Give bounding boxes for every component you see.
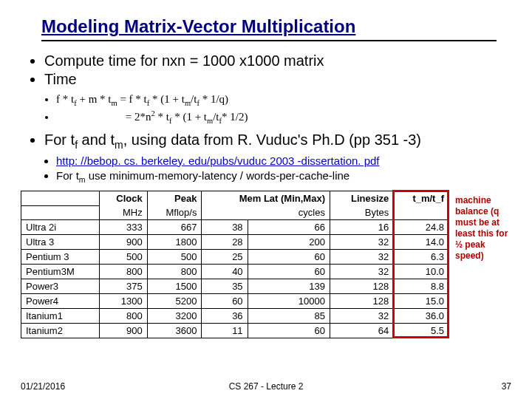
b-text: For t bbox=[44, 132, 75, 148]
bullet-compute-time: Compute time for nxn = 1000 x1000 matrix bbox=[44, 52, 511, 70]
table-cell: Power4 bbox=[21, 294, 100, 309]
table-cell: Itanium1 bbox=[21, 309, 100, 324]
table-wrap: ClockPeakMem Lat (Min,Max)Linesizet_m/t_… bbox=[21, 191, 511, 338]
table-row: Pentium 35005002560326.3 bbox=[21, 250, 449, 265]
table-subheader: Bytes bbox=[330, 205, 393, 220]
table-cell: 11 bbox=[202, 324, 248, 338]
table-cell: 15.0 bbox=[394, 294, 449, 309]
table-cell: 800 bbox=[99, 309, 147, 324]
equation-1: f * tf + m * tm = f * tf * (1 + tm/tf * … bbox=[56, 92, 511, 109]
table-cell: Ultra 2i bbox=[21, 220, 100, 235]
bullet-tm-rule: For tm use minimum-memory-latency / word… bbox=[56, 168, 511, 185]
table-cell: 139 bbox=[248, 279, 330, 294]
table-cell: 16 bbox=[330, 220, 393, 235]
eq-text: * 1/2) bbox=[222, 111, 248, 123]
table-subheader: MHz bbox=[99, 205, 147, 220]
table-cell: Pentium3M bbox=[21, 265, 100, 279]
table-cell: 800 bbox=[99, 265, 147, 279]
bullet-time: Time bbox=[44, 70, 511, 89]
bullet-list-2: For tf and tm, using data from R. Vuduc'… bbox=[31, 131, 511, 152]
equation-2: = 2*n2 * tf * (1 + tm/tf* 1/2) bbox=[56, 109, 511, 126]
table-cell: 40 bbox=[202, 265, 248, 279]
table-cell: 38 bbox=[202, 220, 248, 235]
performance-table: ClockPeakMem Lat (Min,Max)Linesizet_m/t_… bbox=[21, 191, 449, 338]
table-cell: 36.0 bbox=[394, 309, 449, 324]
table-cell: 28 bbox=[202, 235, 248, 250]
table-cell: 10.0 bbox=[394, 265, 449, 279]
b-text: and t bbox=[78, 132, 115, 148]
side-note: machine balance (q must be at least this… bbox=[455, 195, 511, 262]
table-cell: 128 bbox=[330, 294, 393, 309]
table-subheader: cycles bbox=[202, 205, 330, 220]
eq-text: * t bbox=[155, 111, 169, 123]
table-cell: 32 bbox=[330, 265, 393, 279]
footer-center: CS 267 - Lecture 2 bbox=[0, 381, 532, 392]
eq-text: + m * t bbox=[77, 93, 112, 105]
table-header: Mem Lat (Min,Max) bbox=[202, 191, 330, 206]
table-cell: 3200 bbox=[147, 309, 202, 324]
bullet-for-tf-tm: For tf and tm, using data from R. Vuduc'… bbox=[44, 131, 511, 152]
b-text: , using data from R. Vuduc's Ph.D (pp 35… bbox=[123, 132, 421, 148]
eq-text: f * t bbox=[56, 93, 74, 105]
b-text: use minimum-memory-latency / words-per-c… bbox=[86, 169, 350, 182]
table-header bbox=[21, 191, 100, 206]
table-cell: 375 bbox=[99, 279, 147, 294]
table-header: t_m/t_f bbox=[394, 191, 449, 206]
eq-text: = f * t bbox=[117, 93, 147, 105]
table-cell: 36 bbox=[202, 309, 248, 324]
table-cell: 14.0 bbox=[394, 235, 449, 250]
table-header: Clock bbox=[99, 191, 147, 206]
table-cell: 500 bbox=[147, 250, 202, 265]
table-cell: 32 bbox=[330, 250, 393, 265]
footer: 01/21/2016 CS 267 - Lecture 2 37 bbox=[0, 381, 532, 392]
table-row: Itanium290036001160645.5 bbox=[21, 324, 449, 338]
table-cell: 800 bbox=[147, 265, 202, 279]
sub-m: m bbox=[115, 139, 123, 151]
table-header: Peak bbox=[147, 191, 202, 206]
table-cell: 667 bbox=[147, 220, 202, 235]
table-subheader bbox=[21, 205, 100, 220]
table-cell: 200 bbox=[248, 235, 330, 250]
table-cell: 60 bbox=[248, 265, 330, 279]
b-text: For t bbox=[56, 169, 79, 182]
table-row: Power413005200601000012815.0 bbox=[21, 294, 449, 309]
table-header: Linesize bbox=[330, 191, 393, 206]
table-cell: Ultra 3 bbox=[21, 235, 100, 250]
table-cell: 60 bbox=[248, 324, 330, 338]
table-row: Ultra 2i33366738661624.8 bbox=[21, 220, 449, 235]
table-cell: 128 bbox=[330, 279, 393, 294]
table-subheader: Mflop/s bbox=[147, 205, 202, 220]
table-cell: 32 bbox=[330, 309, 393, 324]
slide-title: Modeling Matrix-Vector Multiplication bbox=[41, 16, 497, 41]
sub-m: m bbox=[79, 175, 86, 184]
eq-text: * 1/q) bbox=[200, 93, 228, 105]
dissertation-link[interactable]: http: //bebop. cs. berkeley. edu/pubs/vu… bbox=[56, 154, 380, 167]
table-cell: 333 bbox=[99, 220, 147, 235]
eq-text: = 2*n bbox=[126, 111, 151, 123]
eq-text: /t bbox=[213, 111, 219, 123]
bullet-list-3: http: //bebop. cs. berkeley. edu/pubs/vu… bbox=[43, 154, 511, 185]
table-cell: 6.3 bbox=[394, 250, 449, 265]
sub-m: m bbox=[207, 117, 213, 125]
table-cell: 5.5 bbox=[394, 324, 449, 338]
eq-text: * (1 + t bbox=[171, 111, 207, 123]
equation-list: f * tf + m * tm = f * tf * (1 + tm/tf * … bbox=[43, 92, 511, 126]
sub-m: m bbox=[185, 99, 191, 107]
table-row: Pentium3M80080040603210.0 bbox=[21, 265, 449, 279]
table-cell: 900 bbox=[99, 235, 147, 250]
table-cell: 66 bbox=[248, 220, 330, 235]
table-cell: Pentium 3 bbox=[21, 250, 100, 265]
table-cell: Itanium2 bbox=[21, 324, 100, 338]
table-row: Itanium1800320036853236.0 bbox=[21, 309, 449, 324]
table-cell: 32 bbox=[330, 235, 393, 250]
table-cell: 85 bbox=[248, 309, 330, 324]
table-cell: 1800 bbox=[147, 235, 202, 250]
table-row: Ultra 39001800282003214.0 bbox=[21, 235, 449, 250]
table-cell: 1300 bbox=[99, 294, 147, 309]
table-cell: 24.8 bbox=[394, 220, 449, 235]
table-cell: 35 bbox=[202, 279, 248, 294]
table-cell: 25 bbox=[202, 250, 248, 265]
table-cell: 3600 bbox=[147, 324, 202, 338]
table-cell: 10000 bbox=[248, 294, 330, 309]
sub-m: m bbox=[111, 99, 117, 107]
